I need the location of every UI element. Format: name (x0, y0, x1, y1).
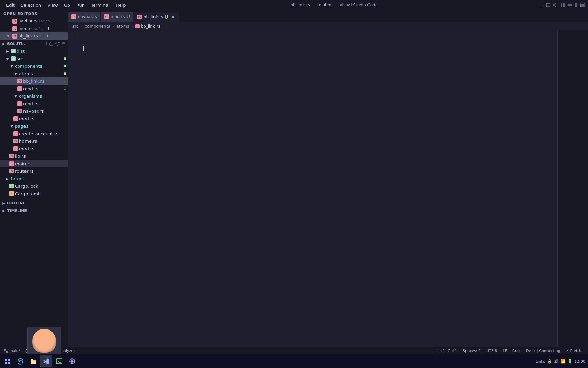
layout-toggle-3[interactable] (574, 3, 578, 7)
status-language[interactable]: Rust (511, 347, 522, 355)
taskbar-app-vscode[interactable] (40, 355, 52, 367)
customize-layout-button[interactable] (580, 3, 585, 7)
tab-navbar-icon: rs (71, 14, 76, 19)
pages-chevron-icon: ▼ (9, 124, 14, 128)
breadcrumb-components[interactable]: components (84, 24, 111, 29)
tree-item-router[interactable]: rs router.rs (0, 167, 68, 175)
minimap (557, 30, 588, 347)
breadcrumb-src-label: src (72, 24, 79, 29)
tree-item-home[interactable]: rs home.rs (0, 137, 68, 145)
taskbar-app-edge[interactable] (14, 355, 27, 367)
tree-item-src[interactable]: ▼ 📁 src (0, 55, 68, 62)
status-spaces[interactable]: Spaces: 2 (461, 347, 482, 355)
tree-item-mod-pages[interactable]: rs mod.rs (0, 145, 68, 152)
status-formatter[interactable]: ✓ Prettier (565, 347, 585, 355)
main-label: main.rs (15, 161, 66, 166)
breadcrumb-bblink[interactable]: rs bb_link.rs (134, 24, 161, 29)
open-editors-label: OPEN EDITORS (0, 10, 68, 17)
maximize-button[interactable] (546, 3, 551, 7)
tree-item-navbar-organisms[interactable]: rs navbar.rs (0, 107, 68, 115)
taskbar-app-explorer[interactable] (27, 355, 39, 367)
tree-item-cargo-lock[interactable]: 🔒 Cargo.lock (0, 182, 68, 190)
taskbar-tray[interactable]: Links 🔒 🔊 📶 🔋 12:00 (536, 359, 585, 364)
tree-item-pages[interactable]: ▼ pages (0, 122, 68, 130)
home-label: home.rs (19, 139, 66, 144)
line-numbers: 1 (68, 30, 82, 347)
layout-toggle-1[interactable] (561, 3, 566, 7)
atoms-modified-badge (64, 72, 66, 75)
taskbar-app-browser[interactable] (66, 355, 78, 367)
open-editor-bblink[interactable]: ✕ rs bb_link.rs s... U (0, 32, 68, 40)
minimize-button[interactable] (540, 3, 544, 7)
navbar-organisms-icon: rs (17, 109, 22, 113)
tree-item-mod-atoms[interactable]: rs mod.rs U (0, 85, 68, 92)
menu-terminal[interactable]: Terminal (88, 2, 112, 9)
taskbar-start-button[interactable] (3, 356, 13, 366)
status-encoding[interactable]: UTF-8 (485, 347, 499, 355)
close-editor-icon-bblink[interactable]: ✕ (5, 34, 10, 39)
status-extension[interactable]: Deck | Connecting (525, 347, 562, 355)
svg-point-18 (4, 349, 6, 351)
tree-item-organisms[interactable]: ▼ organisms (0, 92, 68, 100)
tree-item-main[interactable]: rs main.rs (0, 160, 68, 167)
tree-item-components[interactable]: ▼ components (0, 62, 68, 70)
tree-item-bb-link[interactable]: rs bb_link.rs U (0, 77, 68, 85)
status-branch[interactable]: main* (3, 347, 22, 355)
solution-chevron-icon: ▶ (1, 41, 6, 46)
ln-col-label: Ln 1, Col 1 (437, 349, 457, 353)
tray-links-label: Links (536, 359, 545, 364)
status-position[interactable]: Ln 1, Col 1 (436, 347, 459, 355)
components-chevron-icon: ▼ (9, 64, 14, 68)
menu-edit[interactable]: Edit (3, 2, 17, 9)
breadcrumb-atoms[interactable]: atoms (115, 24, 130, 29)
tab-bblink-icon: rs (137, 15, 142, 19)
editor-text-area[interactable] (82, 30, 557, 347)
timeline-header[interactable]: ▶ TIMELINE (0, 207, 68, 214)
tab-mod[interactable]: rs mod.rs U (101, 12, 134, 22)
tab-bblink-close[interactable]: ✕ (170, 14, 176, 20)
tab-navbar[interactable]: rs navbar.rs (68, 12, 101, 22)
create-account-label: create_account.rs (19, 131, 66, 136)
tree-item-mod-organisms[interactable]: rs mod.rs (0, 100, 68, 107)
menu-help[interactable]: Help (113, 2, 129, 9)
breadcrumb-src[interactable]: src (71, 24, 80, 29)
editor-area: 1 (68, 30, 588, 347)
status-eol[interactable]: LF (501, 347, 508, 355)
taskbar-app-terminal[interactable] (53, 355, 65, 367)
tab-bblink[interactable]: rs bb_link.rs U ✕ (134, 12, 179, 22)
menu-run[interactable]: Run (74, 2, 87, 9)
window-controls[interactable] (540, 3, 585, 7)
navbar-organisms-label: navbar.rs (23, 109, 66, 114)
tree-item-target[interactable]: ▶ target (0, 175, 68, 182)
organisms-label: organisms (19, 94, 66, 99)
tree-item-dist[interactable]: ▶ 📁 dist (0, 47, 68, 55)
bb-link-modified: U (64, 79, 66, 83)
menu-go[interactable]: Go (61, 2, 73, 9)
menu-bar[interactable]: Edit Selection View Go Run Terminal Help (3, 2, 129, 9)
open-editor-mod[interactable]: rs mod.rs src\... U (0, 25, 68, 32)
eol-label: LF (503, 349, 507, 353)
tree-item-create-account[interactable]: rs create_account.rs (0, 130, 68, 137)
solution-explorer-header[interactable]: ▶ SOLUTI... (0, 40, 68, 47)
mod-pages-icon: rs (13, 146, 18, 151)
layout-toggle-2[interactable] (568, 3, 572, 7)
menu-view[interactable]: View (45, 2, 61, 9)
bb-link-label: bb_link.rs (23, 79, 63, 84)
open-editor-navbar[interactable]: rs navbar.rs src\co... (0, 17, 68, 25)
tree-item-lib[interactable]: rs lib.rs (0, 152, 68, 160)
tree-item-atoms[interactable]: ▼ atoms (0, 70, 68, 77)
open-editor-path-mod: src\... (34, 27, 44, 31)
new-file-button[interactable] (43, 41, 48, 46)
lib-label: lib.rs (15, 154, 66, 159)
solution-label: SOLUTI... (7, 42, 42, 46)
new-folder-button[interactable] (49, 41, 54, 46)
tree-item-cargo-toml[interactable]: T Cargo.toml (0, 190, 68, 197)
tree-item-mod-components[interactable]: rs mod.rs (0, 115, 68, 122)
tray-icon-3: 📶 (561, 359, 566, 364)
menu-selection[interactable]: Selection (18, 2, 44, 9)
close-button[interactable] (552, 3, 557, 7)
refresh-button[interactable] (55, 41, 60, 46)
outline-header[interactable]: ▶ OUTLINE (0, 199, 68, 207)
collapse-all-button[interactable] (61, 41, 66, 46)
solution-actions[interactable] (43, 41, 66, 46)
